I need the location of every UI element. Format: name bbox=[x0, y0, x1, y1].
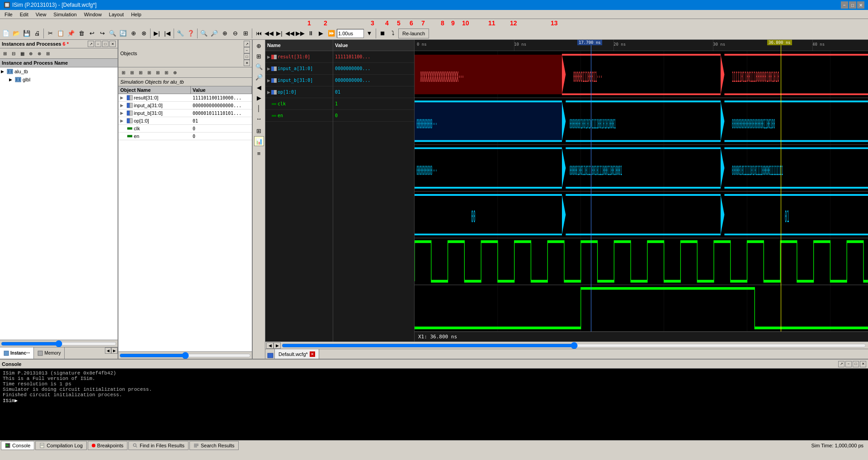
save-button[interactable]: 💾 bbox=[22, 28, 32, 38]
bottom-tab-breakpoints[interactable]: Breakpoints bbox=[88, 441, 127, 450]
sim-btn2[interactable]: ❓ bbox=[186, 28, 196, 38]
side-btn-measure[interactable]: ↔ bbox=[254, 114, 264, 123]
objects-close-button[interactable]: ✕ bbox=[244, 60, 250, 66]
side-btn-add[interactable]: ⊕ bbox=[254, 41, 264, 51]
obj-tb-btn5[interactable]: ⊞ bbox=[154, 68, 162, 76]
wave-name-input-a[interactable]: ▶ input_a[31:0] bbox=[265, 63, 333, 75]
sim-btn1[interactable]: 🔧 bbox=[175, 28, 185, 38]
wave-name-input-b[interactable]: ▶ input_b[31:0] bbox=[265, 75, 333, 86]
bottom-tab-compilation[interactable]: Compilation Log bbox=[35, 441, 87, 450]
minimize-button[interactable]: − bbox=[841, 1, 848, 9]
step-back-button[interactable]: ◀◀ bbox=[264, 28, 274, 38]
side-btn-cursor[interactable]: │ bbox=[254, 103, 264, 113]
wave-hscroll-right[interactable]: ▶ bbox=[274, 342, 281, 349]
copy-button[interactable]: 📋 bbox=[56, 28, 66, 38]
tab-memory[interactable]: Memory bbox=[34, 347, 65, 359]
new-button[interactable]: 📄 bbox=[1, 28, 11, 38]
console-float-btn[interactable]: ↗ bbox=[838, 361, 844, 367]
close-button[interactable]: ✕ bbox=[857, 1, 864, 9]
console-close-btn[interactable]: ✕ bbox=[860, 361, 866, 367]
bottom-tab-find-files[interactable]: Find in Files Results bbox=[128, 441, 189, 450]
restart-button[interactable]: ⏮ bbox=[254, 28, 264, 38]
obj-row-clk[interactable]: ▶ clk 0 bbox=[118, 125, 252, 133]
wave-name-result[interactable]: ▶ result[31:0] bbox=[265, 51, 333, 63]
step-fwd-button[interactable]: ▶| bbox=[274, 28, 284, 38]
console-min-btn[interactable]: − bbox=[845, 361, 852, 367]
run-time-input[interactable]: 1.00us bbox=[337, 29, 364, 38]
zoom-d[interactable]: ⊖ bbox=[230, 28, 240, 38]
pause-button[interactable]: ⏸ bbox=[306, 28, 316, 38]
obj-tb-btn3[interactable]: ⊞ bbox=[137, 68, 145, 76]
inst-tb-btn6[interactable]: ⊞ bbox=[44, 49, 52, 57]
relaunch-button[interactable]: Re-launch bbox=[398, 28, 429, 38]
inst-tb-btn4[interactable]: ⊕ bbox=[27, 49, 35, 57]
menu-simulation[interactable]: Simulation bbox=[50, 11, 80, 18]
delete-button[interactable]: 🗑 bbox=[76, 28, 86, 38]
console-content[interactable]: ISim P.20131013 (signature 0x8ef4fb42) T… bbox=[0, 369, 868, 440]
obj-row-en[interactable]: ▶ en 0 bbox=[118, 133, 252, 140]
wave-name-op[interactable]: ▶ op[1:0] bbox=[265, 86, 333, 98]
side-btn-zoom-out[interactable]: 🔎 bbox=[254, 72, 264, 82]
menu-file[interactable]: File bbox=[1, 11, 16, 18]
zoom-a[interactable]: 🔍 bbox=[199, 28, 209, 38]
wave-hscroll[interactable]: ◀ ▶ bbox=[265, 341, 868, 349]
instances-hscroll[interactable] bbox=[0, 340, 118, 347]
inst-tb-btn3[interactable]: ▦ bbox=[18, 49, 26, 57]
instances-close-button[interactable]: ✕ bbox=[109, 41, 116, 47]
break-button[interactable]: ⏹ bbox=[377, 28, 387, 38]
redo-button[interactable]: ↪ bbox=[97, 28, 107, 38]
wf-tab-close[interactable]: ✕ bbox=[310, 351, 315, 357]
obj-row-result[interactable]: ▶ result[31:0] 111101100110000... bbox=[118, 94, 252, 102]
obj-tb-btn4[interactable]: ⊞ bbox=[145, 68, 153, 76]
objects-float-button[interactable]: ↗ bbox=[244, 41, 250, 47]
side-btn-signal-view[interactable]: 📊 bbox=[254, 136, 264, 146]
run-back-button[interactable]: ◀◀ bbox=[285, 28, 295, 38]
zoom-e[interactable]: ⊞ bbox=[241, 28, 250, 38]
obj-tb-btn1[interactable]: ⊞ bbox=[119, 68, 127, 76]
bottom-tab-console[interactable]: Console bbox=[1, 441, 34, 450]
wave-hscroll-thumb[interactable] bbox=[282, 343, 866, 348]
wave-name-clk[interactable]: ▶ clk bbox=[265, 98, 333, 110]
tree-item-alu_tb[interactable]: ▶ alu_tb bbox=[0, 67, 118, 76]
paste-button[interactable]: 📌 bbox=[66, 28, 76, 38]
wave-name-en[interactable]: ▶ en bbox=[265, 110, 333, 122]
objects-hscroll-thumb[interactable] bbox=[119, 353, 251, 358]
zoom-c[interactable]: ⊕ bbox=[220, 28, 230, 38]
inst-tb-btn1[interactable]: ⊞ bbox=[1, 49, 9, 57]
obj-tb-btn7[interactable]: ⊕ bbox=[171, 68, 179, 76]
instances-min-button[interactable]: − bbox=[95, 41, 101, 47]
objects-hscroll[interactable] bbox=[118, 351, 252, 359]
menu-help[interactable]: Help bbox=[127, 11, 145, 18]
run-time-dropdown[interactable]: ▼ bbox=[364, 28, 374, 38]
run-fwd-button[interactable]: ▶▶ bbox=[295, 28, 305, 38]
instances-float-button[interactable]: ↗ bbox=[88, 41, 94, 47]
side-btn-grid[interactable]: ⊞ bbox=[254, 126, 264, 136]
console-max-btn[interactable]: □ bbox=[853, 361, 859, 367]
instances-tree[interactable]: ▶ alu_tb ▶ glbl bbox=[0, 67, 118, 204]
menu-window[interactable]: Window bbox=[80, 11, 105, 18]
cut-button[interactable]: ✂ bbox=[45, 28, 55, 38]
inst-tb-btn5[interactable]: ⊗ bbox=[35, 49, 43, 57]
obj-row-input-b[interactable]: ▶ input_b[31:0] 000001011110101... bbox=[118, 109, 252, 117]
print-button[interactable]: 🖨 bbox=[32, 28, 42, 38]
inst-nav-left[interactable]: ◀ bbox=[105, 347, 111, 354]
open-button[interactable]: 📂 bbox=[11, 28, 21, 38]
wave-diagram[interactable]: 0 ns 10 ns 20 ns 30 ns 40 ns 50 ns 17.70… bbox=[415, 40, 868, 341]
replace-button[interactable]: 🔄 bbox=[118, 28, 128, 38]
obj-tb-btn6[interactable]: ⊞ bbox=[162, 68, 170, 76]
cancel-button[interactable]: ⊗ bbox=[139, 28, 149, 38]
zoom-in-wave[interactable]: ▶| bbox=[152, 28, 162, 38]
obj-tb-btn2[interactable]: ⊞ bbox=[128, 68, 136, 76]
maximize-button[interactable]: □ bbox=[849, 1, 856, 9]
tree-item-glbl[interactable]: ▶ glbl bbox=[0, 76, 118, 84]
add-marker[interactable]: ⊕ bbox=[128, 28, 138, 38]
wave-hscroll-left[interactable]: ◀ bbox=[266, 342, 274, 349]
tab-instances[interactable]: Instanc··· bbox=[0, 347, 34, 359]
wave-signals[interactable]: XXXXXXXXXXXXXXXXXXXXX··· 0000011100011··… bbox=[415, 51, 868, 332]
instances-max-button[interactable]: □ bbox=[102, 41, 108, 47]
side-btn-scroll-right[interactable]: ▶ bbox=[254, 93, 264, 103]
run-button[interactable]: ▶ bbox=[316, 28, 326, 38]
objects-min-button[interactable]: − bbox=[244, 47, 250, 53]
inst-tb-btn2[interactable]: ⊟ bbox=[9, 49, 18, 57]
side-btn-zoom-in[interactable]: 🔍 bbox=[254, 62, 264, 71]
